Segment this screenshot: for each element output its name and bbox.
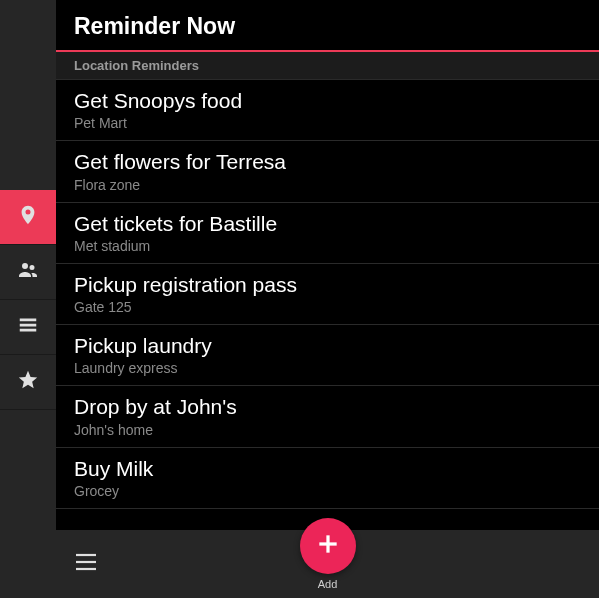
reminder-title: Get Snoopys food [74,88,581,114]
reminder-location: Met stadium [74,238,581,254]
add-button[interactable] [300,518,356,574]
add-label: Add [318,578,338,590]
reminder-location: Grocey [74,483,581,499]
reminder-location: Laundry express [74,360,581,376]
plus-icon [315,531,341,561]
list-item[interactable]: Pickup registration pass Gate 125 [56,264,599,325]
hamburger-icon [75,553,97,575]
list-item[interactable]: Pickup laundry Laundry express [56,325,599,386]
reminder-title: Get flowers for Terresa [74,149,581,175]
add-wrap: Add [300,518,356,590]
section-header: Location Reminders [56,52,599,80]
reminder-location: John's home [74,422,581,438]
reminder-title: Pickup registration pass [74,272,581,298]
page-title: Reminder Now [74,13,581,40]
header: Reminder Now [56,0,599,52]
list-item[interactable]: Get tickets for Bastille Met stadium [56,203,599,264]
bottom-bar: Add [56,530,599,598]
star-icon [17,369,39,395]
reminder-title: Pickup laundry [74,333,581,359]
sidebar-item-list[interactable] [0,300,56,355]
sidebar [0,0,56,598]
location-pin-icon [17,204,39,230]
reminder-location: Flora zone [74,177,581,193]
list-item[interactable]: Get Snoopys food Pet Mart [56,80,599,141]
list-icon [17,314,39,340]
reminder-location: Pet Mart [74,115,581,131]
sidebar-item-location[interactable] [0,190,56,245]
list-item[interactable]: Get flowers for Terresa Flora zone [56,141,599,202]
reminder-title: Buy Milk [74,456,581,482]
reminder-location: Gate 125 [74,299,581,315]
people-icon [16,258,40,286]
reminder-title: Get tickets for Bastille [74,211,581,237]
reminder-title: Drop by at John's [74,394,581,420]
main-panel: Reminder Now Location Reminders Get Snoo… [56,0,599,598]
list-item[interactable]: Buy Milk Grocey [56,448,599,509]
menu-button[interactable] [56,530,116,598]
list-item[interactable]: Drop by at John's John's home [56,386,599,447]
sidebar-item-favorites[interactable] [0,355,56,410]
sidebar-item-people[interactable] [0,245,56,300]
